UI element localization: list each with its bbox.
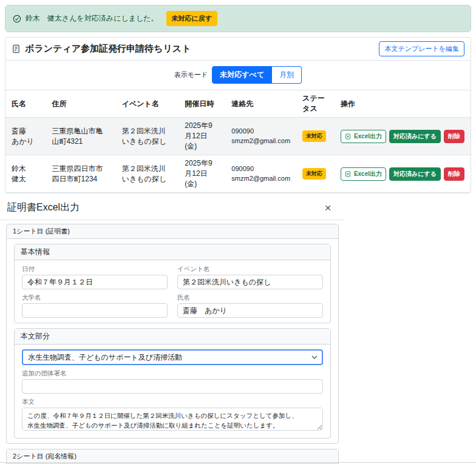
university-field: 大学名 bbox=[22, 294, 168, 318]
date-input[interactable] bbox=[22, 275, 168, 289]
body-text-header: 本文部分 bbox=[15, 329, 330, 345]
actions-cell: Excel出力 対応済みにする 削除 bbox=[335, 118, 471, 155]
row-mark-done-button[interactable]: 対応済みにする bbox=[389, 167, 441, 181]
contact-cell: 090090 smzm2@gmail.com bbox=[225, 118, 296, 155]
body-text-section: 本文部分 水生生物調査、子どものサポート及び清掃活動 追加の団体署名 bbox=[14, 328, 331, 439]
contact-email: smzm2@gmail.com bbox=[231, 174, 290, 183]
file-excel-icon-svg bbox=[345, 171, 351, 177]
event-name-label: イベント名 bbox=[177, 265, 323, 274]
column-header-actions: 操作 bbox=[335, 90, 471, 118]
applicant-name: 斎藤 あかり bbox=[5, 118, 46, 155]
row-delete-button[interactable]: 削除 bbox=[444, 130, 464, 143]
card-header: ボランティア参加証発行申請待ちリスト 本文テンプレートを編集 bbox=[5, 38, 471, 61]
view-mode-label: 表示モード bbox=[174, 70, 208, 79]
view-mode-monthly-button[interactable]: 月別 bbox=[272, 66, 302, 84]
view-mode-all-button[interactable]: 未対応すべて bbox=[212, 66, 272, 84]
contact-email: smzm2@gmail.com bbox=[231, 136, 290, 146]
pending-list-card: ボランティア参加証発行申請待ちリスト 本文テンプレートを編集 表示モード 未対応… bbox=[5, 37, 471, 193]
date-label: 日付 bbox=[22, 265, 168, 274]
body-text-body: 水生生物調査、子どものサポート及び清掃活動 追加の団体署名 本文 bbox=[15, 345, 330, 438]
event-datetime: 2025年9月12日(金) bbox=[178, 118, 225, 155]
row-excel-export-button[interactable]: Excel出力 bbox=[341, 130, 386, 143]
actions-wrap: Excel出力 対応済みにする 削除 bbox=[341, 130, 464, 143]
event-name-input[interactable] bbox=[177, 275, 323, 289]
applicants-table: 氏名 住所 イベント名 開催日時 連絡先 ステータス 操作 斎藤 あかり 三重県… bbox=[5, 90, 471, 193]
body-label: 本文 bbox=[22, 398, 323, 406]
body-textarea[interactable]: この度、令和７年９月１２日に開催した第２回米洗川いきもの探しにスタッフとして参加… bbox=[22, 408, 323, 431]
table-header-row: 氏名 住所 イベント名 開催日時 連絡先 ステータス 操作 bbox=[5, 90, 471, 118]
modal-body: 1シート目 (証明書) 基本情報 日付 イベント名 bbox=[0, 220, 344, 464]
applicant-address: 三重県四日市市四日市町1234 bbox=[46, 155, 116, 193]
column-header-status: ステータス bbox=[296, 90, 335, 118]
row-excel-export-button[interactable]: Excel出力 bbox=[341, 167, 386, 181]
close-icon[interactable]: ✕ bbox=[319, 203, 336, 213]
file-excel-icon bbox=[345, 171, 351, 177]
success-alert: 鈴木 健太さんを対応済みにしました。 未対応に戻す bbox=[5, 5, 471, 32]
alert-message: 鈴木 健太さんを対応済みにしました。 bbox=[25, 13, 158, 24]
column-header-address: 住所 bbox=[46, 90, 116, 118]
actions-wrap: Excel出力 対応済みにする 削除 bbox=[341, 167, 464, 181]
file-text-icon bbox=[12, 44, 21, 53]
column-header-contact: 連絡先 bbox=[225, 90, 296, 118]
file-excel-icon bbox=[345, 133, 351, 140]
date-field: 日付 bbox=[22, 265, 168, 289]
event-name: 第２回米洗川いきもの探し bbox=[116, 118, 178, 155]
modal-header: 証明書Excel出力 ✕ bbox=[0, 193, 344, 220]
template-select-wrap: 水生生物調査、子どものサポート及び清掃活動 bbox=[22, 349, 323, 365]
page-bottom-divider bbox=[0, 462, 476, 463]
name-field: 氏名 bbox=[177, 294, 323, 318]
sheet1-section: 1シート目 (証明書) 基本情報 日付 イベント名 bbox=[6, 224, 339, 444]
name-input[interactable] bbox=[177, 303, 323, 318]
sheet1-body: 基本情報 日付 イベント名 大学名 bbox=[7, 239, 338, 443]
status-cell: 未対応 bbox=[296, 118, 335, 155]
file-excel-icon-svg bbox=[345, 133, 351, 140]
contact-phone: 090090 bbox=[231, 164, 290, 173]
view-mode-row: 表示モード 未対応すべて 月別 bbox=[5, 61, 471, 90]
contact-cell: 090090 smzm2@gmail.com bbox=[225, 155, 296, 193]
status-badge: 未対応 bbox=[302, 168, 326, 180]
table-row: 斎藤 あかり 三重県亀山市亀山町4321 第２回米洗川いきもの探し 2025年9… bbox=[5, 118, 471, 155]
table-row: 鈴木 健太 三重県四日市市四日市町1234 第２回米洗川いきもの探し 2025年… bbox=[5, 155, 471, 193]
page-title: ボランティア参加証発行申請待ちリスト bbox=[25, 43, 191, 55]
status-cell: 未対応 bbox=[296, 155, 335, 193]
excel-export-modal: 証明書Excel出力 ✕ 1シート目 (証明書) 基本情報 日付 イベント名 bbox=[0, 193, 344, 464]
signature-input[interactable] bbox=[22, 379, 323, 394]
row-mark-done-button[interactable]: 対応済みにする bbox=[389, 130, 441, 143]
event-datetime: 2025年9月12日(金) bbox=[178, 155, 225, 193]
name-label: 氏名 bbox=[177, 294, 323, 302]
button-label: Excel出力 bbox=[354, 132, 382, 141]
check-circle-icon-svg bbox=[13, 15, 21, 23]
applicant-name: 鈴木 健太 bbox=[5, 155, 46, 193]
column-header-datetime: 開催日時 bbox=[178, 90, 225, 118]
button-label: Excel出力 bbox=[354, 170, 382, 178]
column-header-name: 氏名 bbox=[5, 90, 46, 118]
event-name: 第２回米洗川いきもの探し bbox=[116, 155, 178, 193]
actions-cell: Excel出力 対応済みにする 削除 bbox=[335, 155, 471, 193]
university-input[interactable] bbox=[22, 303, 168, 318]
view-mode-toggle: 未対応すべて 月別 bbox=[212, 66, 302, 84]
body-field: 本文 この度、令和７年９月１２日に開催した第２回米洗川いきもの探しにスタッフとし… bbox=[22, 398, 323, 433]
sheet1-header: 1シート目 (証明書) bbox=[7, 224, 338, 239]
page-title-wrap: ボランティア参加証発行申請待ちリスト bbox=[12, 43, 191, 55]
modal-title: 証明書Excel出力 bbox=[7, 201, 80, 214]
signature-field: 追加の団体署名 bbox=[22, 369, 323, 394]
contact-phone: 090090 bbox=[231, 127, 290, 136]
undo-mark-button[interactable]: 未対応に戻す bbox=[166, 11, 218, 26]
basic-info-grid: 日付 イベント名 大学名 氏名 bbox=[15, 260, 330, 323]
applicant-address: 三重県亀山市亀山町4321 bbox=[46, 118, 116, 155]
event-name-field: イベント名 bbox=[177, 265, 323, 289]
status-badge: 未対応 bbox=[302, 130, 326, 142]
row-delete-button[interactable]: 削除 bbox=[444, 167, 464, 181]
file-text-icon-svg bbox=[12, 44, 21, 53]
signature-label: 追加の団体署名 bbox=[22, 369, 323, 378]
basic-info-header: 基本情報 bbox=[15, 244, 330, 260]
column-header-event: イベント名 bbox=[116, 90, 178, 118]
basic-info-section: 基本情報 日付 イベント名 大学名 bbox=[14, 244, 331, 323]
edit-template-button[interactable]: 本文テンプレートを編集 bbox=[379, 41, 464, 56]
check-circle-icon bbox=[13, 15, 21, 23]
university-label: 大学名 bbox=[22, 294, 168, 302]
template-select[interactable]: 水生生物調査、子どものサポート及び清掃活動 bbox=[22, 349, 323, 365]
